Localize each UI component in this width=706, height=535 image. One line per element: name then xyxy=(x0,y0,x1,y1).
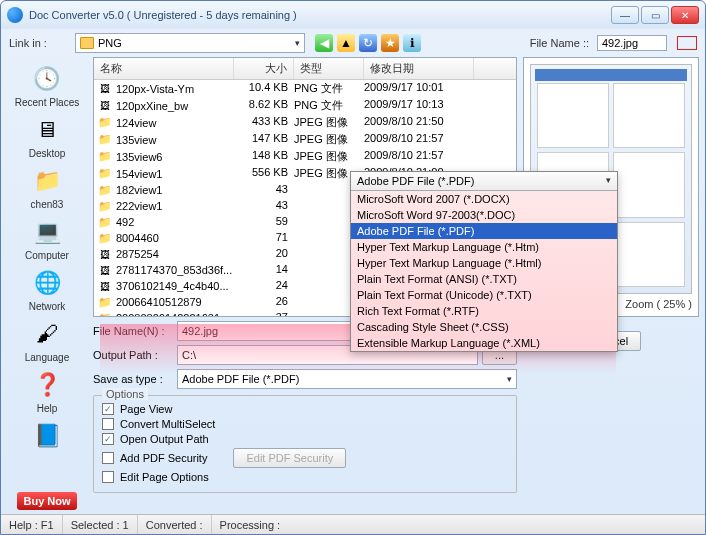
status-selected: Selected : 1 xyxy=(63,515,138,534)
options-group: Options ✓Page View Convert MultiSelect ✓… xyxy=(93,395,517,493)
sidebar-help[interactable]: ❓Help xyxy=(31,369,63,414)
dropdown-item[interactable]: Cascading Style Sheet (*.CSS) xyxy=(351,319,617,335)
file-icon xyxy=(97,279,113,293)
file-date: 2009/9/17 10:13 xyxy=(364,98,474,113)
file-name: 2781174370_853d36f... xyxy=(116,264,232,276)
file-icon xyxy=(97,183,113,197)
output-path-label: Output Path : xyxy=(93,349,173,361)
file-icon xyxy=(97,311,113,316)
app-icon xyxy=(7,7,23,23)
dropdown-item[interactable]: Rich Text Format (*.RTF) xyxy=(351,303,617,319)
col-type-header[interactable]: 类型 xyxy=(294,58,364,79)
buy-now-button[interactable]: Buy Now xyxy=(17,492,77,510)
network-icon: 🌐 xyxy=(31,267,63,299)
col-size-header[interactable]: 大小 xyxy=(234,58,294,79)
list-header: 名称 大小 类型 修改日期 xyxy=(94,58,516,80)
file-icon xyxy=(97,133,113,147)
file-name: 222view1 xyxy=(116,200,162,212)
file-row[interactable]: 120px-Vista-Ym10.4 KBPNG 文件2009/9/17 10:… xyxy=(94,80,516,97)
chevron-down-icon: ▾ xyxy=(507,374,512,384)
toolbar: Link in : PNG ▾ ◀ ▲ ↻ ★ ℹ File Name :: 4… xyxy=(1,29,705,57)
dropdown-item[interactable]: Plain Text Format (Unicode) (*.TXT) xyxy=(351,287,617,303)
file-date: 2009/8/10 21:57 xyxy=(364,149,474,164)
info-icon[interactable]: ℹ xyxy=(403,34,421,52)
sidebar-computer[interactable]: 💻Computer xyxy=(25,216,69,261)
file-type: PNG 文件 xyxy=(294,98,364,113)
status-converted: Converted : xyxy=(138,515,212,534)
file-name: 20066410512879 xyxy=(116,296,202,308)
file-size: 43 xyxy=(234,183,294,197)
file-row[interactable]: 135view147 KBJPEG 图像2009/8/10 21:57 xyxy=(94,131,516,148)
sidebar-word[interactable]: 📘 xyxy=(31,420,63,452)
back-icon[interactable]: ◀ xyxy=(315,34,333,52)
file-icon xyxy=(97,215,113,229)
status-bar: Help : F1 Selected : 1 Converted : Proce… xyxy=(1,514,705,534)
file-row[interactable]: 135view6148 KBJPEG 图像2009/8/10 21:57 xyxy=(94,148,516,165)
status-help: Help : F1 xyxy=(1,515,63,534)
up-icon[interactable]: ▲ xyxy=(337,34,355,52)
file-icon xyxy=(97,150,113,164)
dropdown-item[interactable]: MicroSoft Word 97-2003(*.DOC) xyxy=(351,207,617,223)
save-type-combo[interactable]: Adobe PDF File (*.PDF) ▾ xyxy=(177,369,517,389)
convert-multi-label: Convert MultiSelect xyxy=(120,418,215,430)
sidebar-recent-places[interactable]: 🕓Recent Places xyxy=(15,63,79,108)
file-date: 2009/9/17 10:01 xyxy=(364,81,474,96)
favorite-icon[interactable]: ★ xyxy=(381,34,399,52)
file-name-label: File Name :: xyxy=(530,37,589,49)
maximize-button[interactable]: ▭ xyxy=(641,6,669,24)
file-row[interactable]: 124view433 KBJPEG 图像2009/8/10 21:50 xyxy=(94,114,516,131)
dropdown-item[interactable]: Extensible Markup Language (*.XML) xyxy=(351,335,617,351)
help-icon: ❓ xyxy=(31,369,63,401)
col-date-header[interactable]: 修改日期 xyxy=(364,58,474,79)
chevron-down-icon: ▾ xyxy=(606,175,611,187)
file-size: 37 xyxy=(234,311,294,316)
title-bar[interactable]: Doc Converter v5.0 ( Unregistered - 5 da… xyxy=(1,1,705,29)
dropdown-item[interactable]: Hyper Text Markup Language (*.Htm) xyxy=(351,239,617,255)
file-date: 2009/8/10 21:50 xyxy=(364,115,474,130)
sidebar-user[interactable]: 📁chen83 xyxy=(31,165,64,210)
file-type: PNG 文件 xyxy=(294,81,364,96)
page-view-checkbox[interactable]: ✓ xyxy=(102,403,114,415)
file-size: 26 xyxy=(234,295,294,309)
file-name: 2875254 xyxy=(116,248,159,260)
file-size: 71 xyxy=(234,231,294,245)
sidebar: 🕓Recent Places 🖥Desktop 📁chen83 💻Compute… xyxy=(7,57,87,510)
add-pdf-sec-checkbox[interactable] xyxy=(102,452,114,464)
language-icon: 🖌 xyxy=(31,318,63,350)
save-type-label: Save as type : xyxy=(93,373,173,385)
close-button[interactable]: ✕ xyxy=(671,6,699,24)
file-size: 148 KB xyxy=(234,149,294,164)
convert-multi-checkbox[interactable] xyxy=(102,418,114,430)
open-output-checkbox[interactable]: ✓ xyxy=(102,433,114,445)
file-size: 147 KB xyxy=(234,132,294,147)
refresh-icon[interactable]: ↻ xyxy=(359,34,377,52)
sidebar-desktop[interactable]: 🖥Desktop xyxy=(29,114,66,159)
file-icon xyxy=(97,116,113,130)
add-pdf-sec-label: Add PDF Security xyxy=(120,452,207,464)
file-name: 120pxXine_bw xyxy=(116,100,188,112)
chevron-down-icon: ▾ xyxy=(295,38,300,48)
dropdown-item[interactable]: MicroSoft Word 2007 (*.DOCX) xyxy=(351,191,617,207)
sidebar-network[interactable]: 🌐Network xyxy=(29,267,66,312)
file-name: 8004460 xyxy=(116,232,159,244)
edit-page-checkbox[interactable] xyxy=(102,471,114,483)
file-name: 135view6 xyxy=(116,151,162,163)
save-type-dropdown: Adobe PDF File (*.PDF) ▾ MicroSoft Word … xyxy=(350,171,618,352)
file-name-n-label: File Name(N) : xyxy=(93,325,173,337)
dropdown-item[interactable]: Plain Text Format (ANSI) (*.TXT) xyxy=(351,271,617,287)
sidebar-language[interactable]: 🖌Language xyxy=(25,318,70,363)
dropdown-item[interactable]: Hyper Text Markup Language (*.Html) xyxy=(351,255,617,271)
minimize-button[interactable]: — xyxy=(611,6,639,24)
file-row[interactable]: 120pxXine_bw8.62 KBPNG 文件2009/9/17 10:13 xyxy=(94,97,516,114)
file-icon xyxy=(97,295,113,309)
col-name-header[interactable]: 名称 xyxy=(94,58,234,79)
file-name: 3706102149_4c4b40... xyxy=(116,280,229,292)
dropdown-header-text: Adobe PDF File (*.PDF) xyxy=(357,175,474,187)
computer-icon: 💻 xyxy=(31,216,63,248)
edit-pdf-security-button[interactable]: Edit PDF Security xyxy=(233,448,346,468)
path-combo[interactable]: PNG ▾ xyxy=(75,33,305,53)
dropdown-header[interactable]: Adobe PDF File (*.PDF) ▾ xyxy=(351,172,617,191)
dropdown-item[interactable]: Adobe PDF File (*.PDF) xyxy=(351,223,617,239)
recent-icon: 🕓 xyxy=(31,63,63,95)
folder-icon xyxy=(80,37,94,49)
